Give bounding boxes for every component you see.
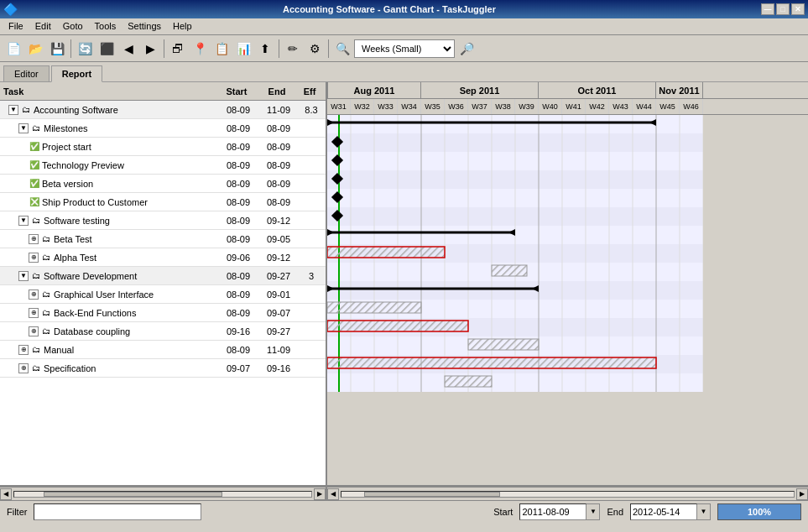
task-name-label: Accounting Software bbox=[34, 105, 118, 115]
search-options-button[interactable]: 🔎 bbox=[456, 39, 477, 59]
menu-settings[interactable]: Settings bbox=[123, 20, 166, 33]
export-button[interactable]: ⬆ bbox=[255, 39, 275, 59]
right-scroll-thumb[interactable] bbox=[364, 492, 500, 497]
menu-goto[interactable]: Goto bbox=[58, 20, 88, 33]
task-effort: 3 bbox=[299, 271, 324, 281]
task-task-icon: 🗂 bbox=[40, 252, 52, 263]
week-w38: W38 bbox=[492, 99, 515, 114]
week-w39: W39 bbox=[515, 99, 539, 114]
app-title: Accounting Software - Gantt Chart - Task… bbox=[18, 4, 761, 14]
task-name-label: Back-End Functions bbox=[54, 308, 136, 318]
open-button[interactable]: 📂 bbox=[25, 39, 45, 59]
left-scroll-thumb[interactable] bbox=[44, 492, 222, 497]
tab-report[interactable]: Report bbox=[51, 65, 102, 82]
close-button[interactable]: ✕ bbox=[791, 3, 805, 15]
col-end: End bbox=[257, 86, 297, 96]
statusbar: Filter Start ▼ End ▼ 100% bbox=[0, 500, 808, 522]
expand-btn[interactable]: ⊕ bbox=[18, 345, 29, 355]
expand-btn[interactable]: ⊕ bbox=[29, 253, 39, 263]
search-button[interactable]: 🔍 bbox=[332, 39, 352, 59]
save-button[interactable]: 💾 bbox=[47, 39, 67, 59]
week-w46: W46 bbox=[680, 99, 703, 114]
sep1 bbox=[70, 39, 71, 58]
scroll-right-btn[interactable]: ▶ bbox=[314, 488, 326, 500]
scroll-left-btn[interactable]: ◀ bbox=[0, 488, 12, 500]
app-icon: 🔷 bbox=[3, 3, 18, 16]
menu-edit[interactable]: Edit bbox=[30, 20, 56, 33]
expand-btn[interactable]: ▼ bbox=[18, 216, 29, 226]
gantt-header: Aug 2011 Sep 2011 Oct 2011 Nov 2011 W31 … bbox=[327, 82, 808, 115]
task-end: 09-12 bbox=[258, 216, 299, 226]
expand-btn[interactable]: ⊕ bbox=[18, 363, 29, 373]
task-button[interactable]: 📋 bbox=[211, 39, 232, 59]
right-scroll-track[interactable] bbox=[341, 491, 795, 498]
gantt-scroll-right-btn[interactable]: ▶ bbox=[796, 488, 808, 500]
task-name-label: Database coupling bbox=[54, 326, 130, 336]
expand-btn[interactable]: ⊕ bbox=[29, 289, 39, 300]
start-date-dropdown[interactable]: ▼ bbox=[586, 503, 600, 520]
week-w42: W42 bbox=[586, 99, 609, 114]
week-w34: W34 bbox=[398, 99, 421, 114]
view-button[interactable]: 🗗 bbox=[168, 39, 188, 59]
menu-help[interactable]: Help bbox=[168, 20, 197, 33]
task-end: 11-09 bbox=[258, 105, 299, 115]
menu-tools[interactable]: Tools bbox=[90, 20, 122, 33]
minimize-button[interactable]: — bbox=[761, 3, 774, 15]
task-name-label: Beta Test bbox=[54, 234, 92, 244]
month-aug: Aug 2011 bbox=[327, 82, 421, 98]
task-start: 09-07 bbox=[218, 363, 258, 373]
end-date-dropdown[interactable]: ▼ bbox=[697, 503, 711, 520]
month-sep: Sep 2011 bbox=[421, 82, 539, 98]
left-scroll-track[interactable] bbox=[13, 491, 312, 498]
task-end: 09-07 bbox=[258, 308, 299, 318]
expand-btn[interactable]: ⊕ bbox=[29, 308, 39, 318]
task-name-label: Graphical User Interface bbox=[54, 289, 154, 300]
table-row: ▼ 🗂 Software testing 08-09 09-12 bbox=[0, 211, 326, 230]
expand-btn[interactable]: ⊕ bbox=[29, 326, 39, 336]
forward-button[interactable]: ▶ bbox=[140, 39, 160, 59]
map-button[interactable]: 📍 bbox=[190, 39, 210, 59]
task-start: 08-09 bbox=[218, 308, 258, 318]
expand-btn[interactable]: ▼ bbox=[8, 105, 18, 115]
task-milestone-icon: ❎ bbox=[29, 196, 40, 208]
new-button[interactable]: 📄 bbox=[3, 39, 23, 59]
filter-input[interactable] bbox=[34, 503, 201, 520]
back-button[interactable]: ◀ bbox=[118, 39, 138, 59]
task-end: 09-01 bbox=[258, 289, 299, 300]
gantt-month-row: Aug 2011 Sep 2011 Oct 2011 Nov 2011 bbox=[327, 82, 808, 99]
task-group-icon: 🗂 bbox=[30, 123, 42, 134]
task-end: 08-09 bbox=[258, 197, 299, 207]
right-panel: Aug 2011 Sep 2011 Oct 2011 Nov 2011 W31 … bbox=[327, 82, 808, 485]
week-w32: W32 bbox=[351, 99, 374, 114]
task-task-icon: 🗂 bbox=[30, 362, 42, 374]
end-date-input[interactable] bbox=[630, 503, 697, 520]
expand-btn[interactable]: ⊕ bbox=[29, 234, 39, 244]
report-button[interactable]: 📊 bbox=[233, 39, 253, 59]
edit-button[interactable]: ✏ bbox=[283, 39, 303, 59]
menu-file[interactable]: File bbox=[3, 20, 29, 33]
refresh-button[interactable]: 🔄 bbox=[75, 39, 95, 59]
left-panel-scrollbar[interactable]: ◀ ▶ bbox=[0, 488, 327, 500]
gantt-scroll-left-btn[interactable]: ◀ bbox=[327, 488, 339, 500]
sep2 bbox=[164, 39, 164, 58]
config-button[interactable]: ⚙ bbox=[305, 39, 325, 59]
task-task-icon: 🗂 bbox=[40, 307, 52, 319]
expand-btn[interactable]: ▼ bbox=[18, 123, 29, 133]
right-panel-scrollbar[interactable]: ◀ ▶ bbox=[327, 488, 808, 500]
expand-btn[interactable]: ▼ bbox=[18, 271, 29, 281]
menubar: File Edit Goto Tools Settings Help bbox=[0, 18, 808, 35]
table-row: ✅ Project start 08-09 08-09 bbox=[0, 138, 326, 156]
stop-button[interactable]: ⬛ bbox=[96, 39, 117, 59]
col-effort: Eff bbox=[297, 86, 322, 96]
task-end: 09-05 bbox=[258, 234, 299, 244]
col-task: Task bbox=[3, 86, 216, 96]
split-pane: Task Start End Eff ▼ 🗂 Accounting Softwa… bbox=[0, 82, 808, 487]
tab-editor[interactable]: Editor bbox=[3, 65, 50, 81]
task-end: 11-09 bbox=[258, 345, 299, 355]
maximize-button[interactable]: □ bbox=[776, 3, 790, 15]
week-w37: W37 bbox=[468, 99, 492, 114]
task-start: 08-09 bbox=[218, 197, 258, 207]
start-date-input[interactable] bbox=[519, 503, 586, 520]
view-dropdown[interactable]: Weeks (Small) Days Months bbox=[354, 39, 455, 58]
task-start: 08-09 bbox=[218, 105, 258, 115]
